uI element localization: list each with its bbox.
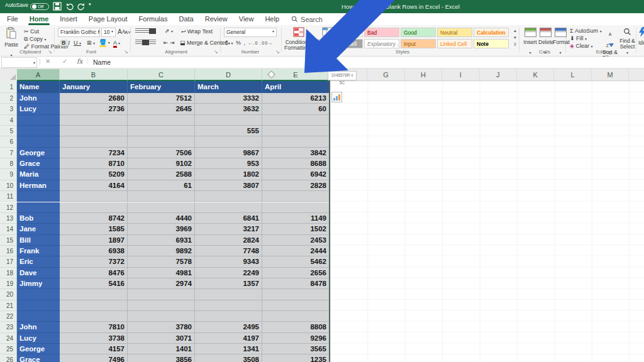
tab-help[interactable]: Help <box>259 13 285 25</box>
cell-C22[interactable] <box>128 311 195 322</box>
cell-style-check-cell[interactable]: Check Cell <box>328 39 363 48</box>
cell-E22[interactable] <box>262 311 330 322</box>
cell-D11[interactable] <box>195 191 262 202</box>
cell-D13[interactable]: 6841 <box>195 213 262 224</box>
cell-C1[interactable]: February <box>128 81 195 93</box>
undo-icon[interactable] <box>65 2 74 11</box>
merge-center-button[interactable]: ⬓ Merge & Center ▾ <box>180 40 230 46</box>
cell-B10[interactable]: 4164 <box>60 180 128 191</box>
cell-A23[interactable]: John <box>17 322 60 332</box>
cell-D7[interactable]: 9867 <box>195 148 262 158</box>
cell-E21[interactable] <box>262 300 330 311</box>
cell-C26[interactable]: 3856 <box>128 354 195 362</box>
empty-cells-area[interactable] <box>330 81 644 362</box>
cut-button[interactable]: ✂ Cut <box>24 28 39 35</box>
row-header-20[interactable]: 20 <box>0 289 17 300</box>
cell-D19[interactable]: 1357 <box>195 278 262 289</box>
cell-D12[interactable] <box>195 202 262 213</box>
cell-E14[interactable]: 1502 <box>262 224 330 234</box>
row-header-3[interactable]: 3 <box>0 104 17 114</box>
cell-E11[interactable] <box>262 191 330 202</box>
cell-E8[interactable]: 8688 <box>262 158 330 169</box>
cell-D5[interactable]: 555 <box>195 126 262 136</box>
tab-view[interactable]: View <box>233 13 260 25</box>
cell-C3[interactable]: 2645 <box>128 104 195 114</box>
cell-E23[interactable]: 8808 <box>262 322 330 332</box>
column-header-B[interactable]: B <box>60 69 128 81</box>
cell-A14[interactable]: Jane <box>17 224 60 234</box>
cell-E26[interactable]: 1235 <box>262 354 330 362</box>
row-header-10[interactable]: 10 <box>0 180 17 191</box>
font-size-select[interactable]: 10 ▾ <box>101 28 116 37</box>
cell-E9[interactable]: 6942 <box>262 169 330 180</box>
search-box[interactable]: Search <box>291 16 323 23</box>
cell-E4[interactable] <box>262 115 330 126</box>
copy-button[interactable]: ⧉ Copy ▾ <box>24 36 46 43</box>
column-header-D[interactable]: D <box>195 69 262 81</box>
cell-C4[interactable] <box>128 115 195 126</box>
row-header-8[interactable]: 8 <box>0 158 17 169</box>
column-header-G[interactable]: G <box>367 69 404 81</box>
tab-file[interactable]: File <box>1 13 24 25</box>
clear-button[interactable]: ◈ Clear ▾ <box>570 43 592 49</box>
cell-C18[interactable]: 4981 <box>128 268 195 278</box>
cell-style-input[interactable]: Input <box>401 39 436 48</box>
cell-C24[interactable]: 3071 <box>128 333 195 344</box>
alignment-dialog-launcher[interactable]: ↘ <box>214 49 218 55</box>
cell-E16[interactable]: 2444 <box>262 246 330 256</box>
cell-A24[interactable]: Lucy <box>17 333 60 344</box>
cell-E15[interactable]: 2453 <box>262 235 330 246</box>
cell-D2[interactable]: 3332 <box>195 93 262 104</box>
cell-B21[interactable] <box>60 300 128 311</box>
cell-style-bad[interactable]: Bad <box>364 28 399 37</box>
cell-D16[interactable]: 7748 <box>195 246 262 256</box>
number-dialog-launcher[interactable]: ↘ <box>275 49 280 55</box>
cell-B7[interactable]: 7234 <box>60 148 128 158</box>
font-name-select[interactable]: Franklin Gothic Me ▾ <box>58 28 100 37</box>
cell-A10[interactable]: Herman <box>17 180 60 191</box>
horizontal-align-buttons[interactable] <box>135 40 156 47</box>
cell-B17[interactable]: 7372 <box>60 256 128 267</box>
indent-buttons[interactable]: ⇤ ⇥ <box>164 40 175 46</box>
cell-E24[interactable]: 9296 <box>262 333 330 344</box>
row-header-21[interactable]: 21 <box>0 300 17 311</box>
cell-E10[interactable]: 2828 <box>262 180 330 191</box>
cell-D4[interactable] <box>195 115 262 126</box>
paste-button[interactable]: Paste ▾ <box>4 27 19 48</box>
ideas-button[interactable]: Ideas <box>638 27 644 46</box>
cell-D21[interactable] <box>195 300 262 311</box>
cell-style-linked-cell[interactable]: Linked Cell <box>437 39 472 48</box>
column-header-J[interactable]: J <box>480 69 517 81</box>
cell-B18[interactable]: 8476 <box>60 268 128 278</box>
cell-D17[interactable]: 9343 <box>195 256 262 267</box>
cell-B8[interactable]: 8710 <box>60 158 128 169</box>
cell-E13[interactable]: 1149 <box>262 213 330 224</box>
cell-B11[interactable] <box>60 191 128 202</box>
cell-A11[interactable] <box>17 191 60 202</box>
cell-A2[interactable]: John <box>17 93 60 104</box>
column-header-partial[interactable] <box>629 69 644 81</box>
cell-B12[interactable] <box>60 202 128 213</box>
column-header-M[interactable]: M <box>592 69 629 81</box>
cell-B24[interactable]: 3738 <box>60 333 128 344</box>
quick-analysis-icon[interactable] <box>331 92 342 102</box>
cell-D23[interactable]: 2495 <box>195 322 262 332</box>
cell-D20[interactable] <box>195 289 262 300</box>
cell-C20[interactable] <box>128 289 195 300</box>
cell-C2[interactable]: 7512 <box>128 93 195 104</box>
row-header-17[interactable]: 17 <box>0 256 17 267</box>
cell-C11[interactable] <box>128 191 195 202</box>
fill-button[interactable]: ⬇ Fill ▾ <box>570 35 587 41</box>
cell-C15[interactable]: 6931 <box>128 235 195 246</box>
cell-B1[interactable]: January <box>60 81 128 93</box>
cell-E25[interactable]: 3565 <box>262 344 330 354</box>
cell-C9[interactable]: 2588 <box>128 169 195 180</box>
row-header-11[interactable]: 11 <box>0 191 17 202</box>
row-header-4[interactable]: 4 <box>0 115 17 126</box>
row-header-16[interactable]: 16 <box>0 246 17 256</box>
row-header-18[interactable]: 18 <box>0 268 17 278</box>
cell-D8[interactable]: 953 <box>195 158 262 169</box>
styles-gallery-scroll[interactable]: ▲▼⊽ <box>512 28 518 48</box>
cell-B26[interactable]: 7496 <box>60 354 128 362</box>
redo-icon[interactable] <box>77 2 86 11</box>
